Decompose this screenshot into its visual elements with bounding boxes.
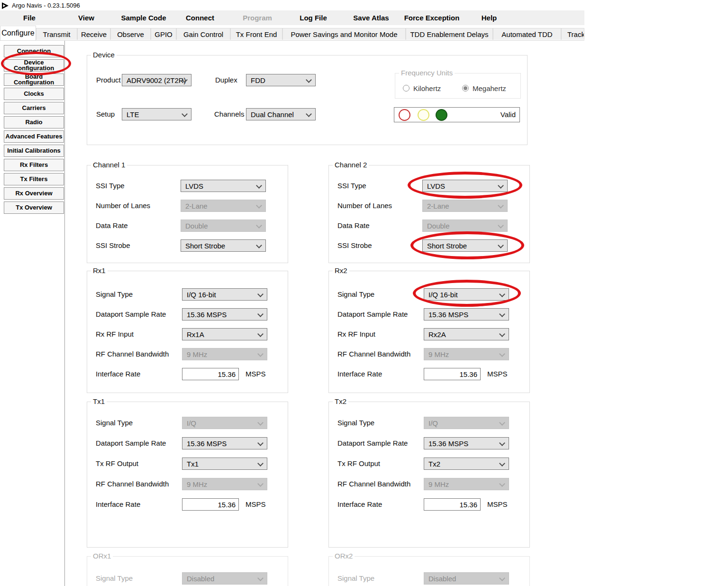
ch2-data-rate-dropdown: Double xyxy=(422,220,508,232)
sidebar-item-tx-overview[interactable]: Tx Overview xyxy=(4,201,64,214)
channel1-group: Channel 1 SSI Type LVDS Number of Lanes … xyxy=(87,165,288,263)
tx2-bandwidth-dropdown: 9 MHz xyxy=(424,478,509,490)
duplex-dropdown[interactable]: FDD xyxy=(246,74,316,86)
sidebar-item-board-configuration[interactable]: Board Configuration xyxy=(4,73,64,86)
tx2-rf-output-value: Tx2 xyxy=(428,460,440,468)
rx2-interface-rate-input[interactable] xyxy=(424,368,481,380)
rx1-interface-rate-input[interactable] xyxy=(182,368,239,380)
menu-item-help[interactable]: Help xyxy=(461,10,518,25)
tab-gain-control[interactable]: Gain Control xyxy=(176,28,230,40)
tx2-interface-rate-input[interactable] xyxy=(424,498,481,511)
sidebar-item-device-configuration[interactable]: Device Configuration xyxy=(4,59,64,72)
rx1-signal-type-value: I/Q 16-bit xyxy=(187,291,216,299)
sidebar-item-rx-filters[interactable]: Rx Filters xyxy=(4,159,64,171)
rx1-rf-input-value: Rx1A xyxy=(187,330,204,339)
sidebar-item-advanced-features[interactable]: Advanced Features xyxy=(4,130,64,143)
menu-item-view[interactable]: View xyxy=(58,10,115,25)
chevron-down-icon xyxy=(499,331,505,337)
menu-item-sample-code[interactable]: Sample Code xyxy=(115,10,172,25)
chevron-down-icon xyxy=(256,202,262,209)
sidebar-item-radio[interactable]: Radio xyxy=(4,116,64,128)
rx1-bandwidth-value: 9 MHz xyxy=(187,350,207,358)
tab-power-savings-and-monitor-mode[interactable]: Power Savings and Monitor Mode xyxy=(282,28,406,40)
rx2-signal-type-value: I/Q 16-bit xyxy=(428,291,458,299)
rx2-group-title: Rx2 xyxy=(333,266,349,275)
sidebar-item-initial-calibrations[interactable]: Initial Calibrations xyxy=(4,145,64,157)
ch1-ssi-strobe-label: SSI Strobe xyxy=(96,241,130,249)
tab-configure[interactable]: Configure xyxy=(0,26,36,40)
menu-item-log-file[interactable]: Log File xyxy=(285,10,342,25)
chevron-down-icon xyxy=(306,77,312,83)
tx1-sample-rate-label: Dataport Sample Rate xyxy=(96,439,166,447)
tx2-rf-output-label: Tx RF Output xyxy=(337,459,380,467)
tab-tdd-enablement-delays[interactable]: TDD Enablement Delays xyxy=(406,28,493,40)
rx1-rf-input-dropdown[interactable]: Rx1A xyxy=(182,328,267,340)
app-logo-icon xyxy=(1,2,9,9)
sidebar-item-rx-overview[interactable]: Rx Overview xyxy=(4,187,64,200)
rx1-signal-type-dropdown[interactable]: I/Q 16-bit xyxy=(182,288,267,301)
sidebar-item-carriers[interactable]: Carriers xyxy=(4,102,64,114)
product-dropdown[interactable]: ADRV9002 (2T2R) xyxy=(122,74,191,86)
tx1-signal-type-dropdown: I/Q xyxy=(182,417,267,429)
rx2-rf-input-value: Rx2A xyxy=(428,330,446,339)
channels-dropdown[interactable]: Dual Channel xyxy=(246,108,316,120)
tab-tx-front-end[interactable]: Tx Front End xyxy=(230,28,282,40)
tab-transmit[interactable]: Transmit xyxy=(36,28,77,40)
rx2-rf-input-dropdown[interactable]: Rx2A xyxy=(424,328,509,340)
rx2-sample-rate-value: 15.36 MSPS xyxy=(428,311,468,319)
menu-item-connect[interactable]: Connect xyxy=(172,10,228,25)
tx2-rf-output-dropdown[interactable]: Tx2 xyxy=(424,458,509,470)
ch2-ssi-strobe-label: SSI Strobe xyxy=(337,241,372,249)
orx1-group: ORx1 Signal Type Disabled xyxy=(87,556,288,586)
chevron-down-icon xyxy=(257,331,264,337)
tx2-interface-rate-label: Interface Rate xyxy=(337,500,382,508)
chevron-down-icon xyxy=(499,440,505,446)
chevron-down-icon xyxy=(499,575,505,581)
chevron-down-icon xyxy=(257,481,264,487)
status-light-red-icon xyxy=(399,109,410,121)
tab-observe[interactable]: Observe xyxy=(110,28,151,40)
rx2-bandwidth-value: 9 MHz xyxy=(428,350,449,358)
chevron-down-icon xyxy=(257,351,264,357)
tab-gpio[interactable]: GPIO xyxy=(151,28,176,40)
channels-value: Dual Channel xyxy=(251,110,294,119)
tab-tracking-clipped[interactable]: Track xyxy=(561,28,584,40)
tx1-interface-rate-input[interactable] xyxy=(182,498,239,511)
tx1-rf-output-dropdown[interactable]: Tx1 xyxy=(182,458,267,470)
status-light-green-icon xyxy=(436,109,447,121)
ch2-ssi-strobe-value: Short Strobe xyxy=(427,242,467,250)
setup-dropdown[interactable]: LTE xyxy=(122,108,191,120)
status-light-yellow-icon xyxy=(418,109,429,121)
rx1-sample-rate-label: Dataport Sample Rate xyxy=(96,310,166,318)
ch2-ssi-strobe-dropdown[interactable]: Short Strobe xyxy=(422,239,508,252)
tab-automated-tdd[interactable]: Automated TDD xyxy=(493,28,561,40)
rx2-sample-rate-dropdown[interactable]: 15.36 MSPS xyxy=(424,308,509,320)
frequency-units-group: Frequency Units Kilohertz Megahertz xyxy=(395,73,521,99)
tx2-bandwidth-label: RF Channel Bandwidth xyxy=(337,480,410,488)
orx1-signal-type-dropdown: Disabled xyxy=(182,572,267,585)
chevron-down-icon xyxy=(306,111,312,117)
sidebar-item-tx-filters[interactable]: Tx Filters xyxy=(4,173,64,185)
orx2-signal-type-value: Disabled xyxy=(428,575,456,583)
ch1-ssi-type-dropdown[interactable]: LVDS xyxy=(181,180,266,192)
kilohertz-label: Kilohertz xyxy=(413,84,441,92)
ch2-ssi-type-value: LVDS xyxy=(427,182,445,190)
ch2-ssi-type-dropdown[interactable]: LVDS xyxy=(422,180,508,192)
rx1-rf-input-label: Rx RF Input xyxy=(96,330,134,338)
rx2-signal-type-dropdown[interactable]: I/Q 16-bit xyxy=(424,288,509,301)
tx1-rf-output-value: Tx1 xyxy=(187,460,199,468)
sidebar-item-connection[interactable]: Connection xyxy=(4,45,64,57)
tx2-signal-type-label: Signal Type xyxy=(337,419,374,427)
chevron-down-icon xyxy=(256,222,262,229)
menu-item-force-exception[interactable]: Force Exception xyxy=(401,10,463,25)
menu-item-save-atlas[interactable]: Save Atlas xyxy=(343,10,400,25)
tab-receive[interactable]: Receive xyxy=(77,28,110,40)
rx1-sample-rate-dropdown[interactable]: 15.36 MSPS xyxy=(182,308,267,320)
ch1-ssi-strobe-dropdown[interactable]: Short Strobe xyxy=(181,239,266,252)
ch1-ssi-type-label: SSI Type xyxy=(96,182,125,190)
tx1-sample-rate-dropdown[interactable]: 15.36 MSPS xyxy=(182,437,267,449)
sidebar-item-clocks[interactable]: Clocks xyxy=(4,88,64,100)
title-bar: Argo Navis - 0.23.1.5096 xyxy=(0,0,584,10)
menu-item-file[interactable]: File xyxy=(1,10,58,25)
tx2-sample-rate-dropdown[interactable]: 15.36 MSPS xyxy=(424,437,509,449)
